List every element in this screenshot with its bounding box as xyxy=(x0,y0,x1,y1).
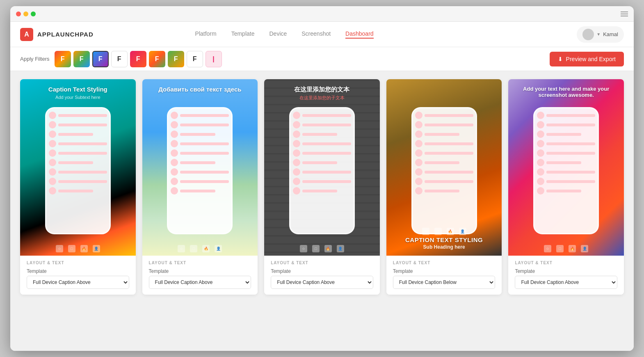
card-5: Add your text here and make your screens… xyxy=(508,79,624,295)
filter-chip-4[interactable]: F xyxy=(111,51,128,67)
card-4-phone xyxy=(411,107,477,234)
filters-label: Apply Filters xyxy=(20,56,50,62)
card-5-template-label: Template xyxy=(515,268,617,274)
filter-chip-6[interactable]: F xyxy=(149,51,165,67)
card-1-bottom-icons: ☆ □ 🔥 👤 xyxy=(56,245,100,252)
export-button[interactable]: ⬇ Preview and Export xyxy=(550,52,624,66)
avatar xyxy=(582,29,594,40)
filter-chip-9[interactable]: | xyxy=(206,51,222,67)
card-1-caption-sub: Add your Subtext here xyxy=(20,95,136,100)
user-menu[interactable]: ▼ Kamal xyxy=(577,26,624,43)
user-name: Kamal xyxy=(603,31,618,37)
maximize-button[interactable] xyxy=(31,11,36,16)
card-4-caption-subheading: Sub Heading here xyxy=(386,244,502,250)
filters-bar: Apply Filters F F F F F F F F | ⬇ Previe… xyxy=(10,47,634,71)
card-2-caption-top: Добавить свой текст здесь xyxy=(142,86,258,93)
card-1-template-label: Template xyxy=(27,268,129,274)
logo-area: A APPLAUNCHPAD xyxy=(20,28,94,41)
logo-icon: A xyxy=(20,28,33,41)
card-2: Добавить свой текст здесь xyxy=(142,79,258,295)
card-5-template-select[interactable]: Full Device Caption Above Full Device Ca… xyxy=(515,276,617,289)
card-2-footer: LAYOUT & TEXT Template Full Device Capti… xyxy=(142,256,258,295)
card-2-phone xyxy=(167,107,233,234)
nav-screenshot[interactable]: Screenshot xyxy=(301,30,331,39)
card-1: Caption Text Styling Add your Subtext he… xyxy=(20,79,136,295)
filter-chip-8[interactable]: F xyxy=(187,51,203,67)
close-button[interactable] xyxy=(16,11,21,16)
card-3-preview: 在这里添加您的文本 在这里添加您的子文本 xyxy=(264,79,380,256)
card-5-phone xyxy=(533,107,599,234)
card-5-footer: LAYOUT & TEXT Template Full Device Capti… xyxy=(508,256,624,295)
card-2-bottom-icons: ☆ □ 🔥 👤 xyxy=(178,245,222,252)
card-3-bottom-icons: ☆ □ 🔥 👤 xyxy=(300,245,344,252)
nav-platform[interactable]: Platform xyxy=(195,30,217,39)
logo-text: APPLAUNCHPAD xyxy=(37,31,94,38)
window-controls xyxy=(16,11,36,16)
card-3-template-select[interactable]: Full Device Caption Above Full Device Ca… xyxy=(271,276,373,289)
card-1-preview: Caption Text Styling Add your Subtext he… xyxy=(20,79,136,256)
card-4-template-select[interactable]: Full Device Caption Above Full Device Ca… xyxy=(393,276,496,289)
card-5-preview: Add your text here and make your screens… xyxy=(508,79,624,256)
menu-icon[interactable] xyxy=(621,11,628,16)
card-3-phone xyxy=(289,107,355,234)
card-1-phone xyxy=(45,107,111,234)
minimize-button[interactable] xyxy=(23,11,28,16)
card-2-template-label: Template xyxy=(149,268,251,274)
card-3: 在这里添加您的文本 在这里添加您的子文本 xyxy=(264,79,380,295)
card-4-preview: CAPTION TEXT STYLING Sub Heading here ☆ … xyxy=(386,79,502,256)
cards-grid: Caption Text Styling Add your Subtext he… xyxy=(20,79,624,295)
card-2-template-select[interactable]: Full Device Caption Above Full Device Ca… xyxy=(149,276,251,289)
nav-device[interactable]: Device xyxy=(269,30,287,39)
titlebar xyxy=(10,6,634,22)
user-caret: ▼ xyxy=(596,32,601,37)
card-3-section: LAYOUT & TEXT xyxy=(271,261,373,265)
card-5-caption-top: Add your text here and make your screens… xyxy=(508,86,624,98)
card-1-template-select[interactable]: Full Device Caption Above Full Device Ca… xyxy=(27,276,129,289)
nav-template[interactable]: Template xyxy=(231,30,255,39)
card-4-section: LAYOUT & TEXT xyxy=(393,261,496,265)
main-nav: Platform Template Device Screenshot Dash… xyxy=(195,30,374,39)
nav-dashboard[interactable]: Dashboard xyxy=(345,30,374,39)
filter-chip-2[interactable]: F xyxy=(73,51,90,67)
filter-chip-7[interactable]: F xyxy=(168,51,184,67)
card-4-bottom-icons: ☆ □ 🔥 👤 xyxy=(422,228,466,235)
card-4-template-label: Template xyxy=(393,268,496,274)
card-1-section: LAYOUT & TEXT xyxy=(27,261,129,265)
card-1-caption-top: Caption Text Styling xyxy=(20,86,136,93)
card-1-footer: LAYOUT & TEXT Template Full Device Capti… xyxy=(20,256,136,295)
filter-chip-3[interactable]: F xyxy=(92,51,109,67)
card-3-footer: LAYOUT & TEXT Template Full Device Capti… xyxy=(264,256,380,295)
card-5-section: LAYOUT & TEXT xyxy=(515,261,617,265)
card-4: CAPTION TEXT STYLING Sub Heading here ☆ … xyxy=(386,79,502,295)
main-content: Caption Text Styling Add your Subtext he… xyxy=(10,71,634,351)
card-3-template-label: Template xyxy=(271,268,373,274)
card-3-caption-top: 在这里添加您的文本 xyxy=(264,86,380,94)
card-2-preview: Добавить свой текст здесь xyxy=(142,79,258,256)
app-window: A APPLAUNCHPAD Platform Template Device … xyxy=(10,6,634,351)
export-label: Preview and Export xyxy=(566,56,616,62)
card-3-caption-sub: 在这里添加您的子文本 xyxy=(264,95,380,101)
card-5-bottom-icons: ☆ □ 🔥 👤 xyxy=(544,245,588,252)
filter-chip-1[interactable]: F xyxy=(55,51,71,67)
header: A APPLAUNCHPAD Platform Template Device … xyxy=(10,22,634,47)
card-4-footer: LAYOUT & TEXT Template Full Device Capti… xyxy=(386,256,502,295)
card-4-caption-bottom: CAPTION TEXT STYLING xyxy=(386,236,502,243)
filter-chip-5[interactable]: F xyxy=(130,51,146,67)
download-icon: ⬇ xyxy=(558,56,563,62)
filter-chips: F F F F F F F F | xyxy=(55,51,222,67)
card-2-section: LAYOUT & TEXT xyxy=(149,261,251,265)
